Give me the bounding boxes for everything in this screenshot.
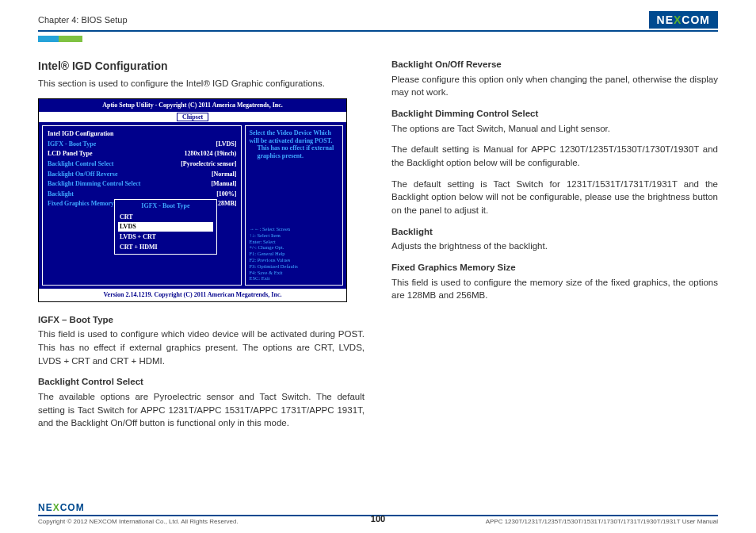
left-column: Intel® IGD Configuration This section is… <box>38 58 365 438</box>
subhead-igfx: IGFX – Boot Type <box>38 313 365 327</box>
chapter-label: Chapter 4: BIOS Setup <box>38 15 128 25</box>
para-backlight: Adjusts the brightness of the backlight. <box>391 240 718 253</box>
bios-body: Intel IGD Configuration IGFX - Boot Type… <box>39 122 346 289</box>
subhead-backlight: Backlight <box>391 225 718 239</box>
brand-pre: NE <box>657 13 674 26</box>
header-accent <box>38 31 718 39</box>
footer-doctitle: APPC 1230T/1231T/1235T/1530T/1531T/1730T… <box>486 518 718 525</box>
bios-row: IGFX - Boot Type[LVDS] <box>48 140 236 149</box>
subhead-bcs: Backlight Control Select <box>38 375 365 389</box>
subhead-bor: Backlight On/Off Reverse <box>391 58 718 71</box>
section-title: Intel® IGD Configuration <box>38 58 365 74</box>
page-number: 100 <box>371 514 385 523</box>
para-igfx: This field is used to configure which vi… <box>38 328 365 367</box>
footer-copyright: Copyright © 2012 NEXCOM International Co… <box>38 518 239 525</box>
bios-left-panel: Intel IGD Configuration IGFX - Boot Type… <box>42 125 242 286</box>
footer-logo: NEXCOM <box>38 502 718 513</box>
para-fgms: This field is used to configure the memo… <box>391 276 718 302</box>
bios-screenshot: Aptio Setup Utility - Copyright (C) 2011… <box>38 98 347 302</box>
para-bcs: The available options are Pyroelectric s… <box>38 390 365 430</box>
brand-logo: NEXCOM <box>649 11 718 29</box>
para-bdcs3: The default setting is Tact Switch for 1… <box>391 178 718 217</box>
para-bor: Please configure this option only when c… <box>391 73 718 99</box>
bios-popup-option[interactable]: CRT <box>118 213 213 222</box>
bios-row: Backlight Control Select[Pyroelectric se… <box>48 159 236 169</box>
brand-x: X <box>674 13 682 26</box>
subhead-fgms: Fixed Graphics Memory Size <box>391 261 718 274</box>
bios-popup-option[interactable]: CRT + HDMI <box>118 243 213 252</box>
bios-tab-chipset: Chipset <box>177 113 208 121</box>
bios-tab-row: Chipset <box>39 112 346 123</box>
bios-popup: IGFX - Boot Type CRT LVDS LVDS + CRT CRT… <box>114 199 217 255</box>
para-bdcs1: The options are Tact Switch, Manual and … <box>391 122 718 136</box>
para-bdcs2: The default setting is Manual for APPC 1… <box>391 143 718 169</box>
bios-help-text: Select the Video Device Which will be ac… <box>249 129 339 159</box>
bios-row: LCD Panel Type1280x1024 (19inch) <box>48 149 236 159</box>
bios-popup-option[interactable]: LVDS + CRT <box>118 232 213 242</box>
subhead-bdcs: Backlight Dimming Control Select <box>391 107 718 121</box>
right-column: Backlight On/Off Reverse Please configur… <box>391 58 718 438</box>
bios-row: Backlight On/Off Reverse[Normal] <box>48 170 236 179</box>
header-row: Chapter 4: BIOS Setup NEXCOM <box>38 11 718 32</box>
bios-key-legend: →←: Select Screen ↑↓: Select Item Enter:… <box>249 226 339 282</box>
bios-title: Aptio Setup Utility - Copyright (C) 2011… <box>39 99 346 112</box>
brand-post: COM <box>682 13 710 26</box>
bios-version: Version 2.14.1219. Copyright (C) 2011 Am… <box>39 289 346 301</box>
page: Chapter 4: BIOS Setup NEXCOM Intel® IGD … <box>0 0 756 438</box>
bios-right-panel: Select the Video Device Which will be ac… <box>245 125 343 286</box>
bios-popup-title: IGFX - Boot Type <box>118 201 213 211</box>
bios-row: Backlight Dimming Control Select[Manual] <box>48 179 236 189</box>
bios-section-label: Intel IGD Configuration <box>48 129 236 139</box>
bios-row: Backlight[100%] <box>48 190 236 199</box>
bios-popup-option-selected[interactable]: LVDS <box>118 222 213 232</box>
intro-text: This section is used to configure the In… <box>38 77 365 90</box>
content-columns: Intel® IGD Configuration This section is… <box>38 58 718 438</box>
